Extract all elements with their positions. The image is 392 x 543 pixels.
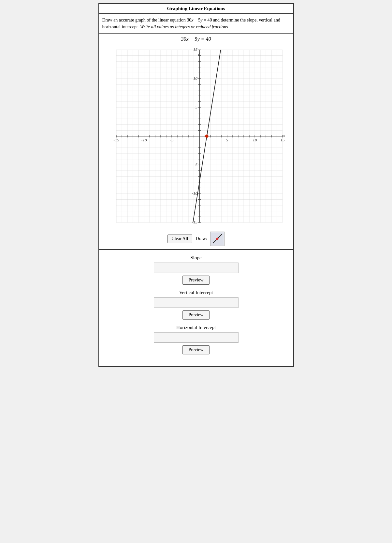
slope-label: Slope [190,255,201,261]
page-title: Graphing Linear Equations [99,4,293,14]
vertical-intercept-label: Vertical Intercept [179,290,213,295]
vertical-intercept-group: Vertical Intercept Preview [102,290,290,320]
answers-section: Slope Preview Vertical Intercept Preview… [99,250,293,366]
svg-point-2 [216,238,219,240]
horizontal-intercept-input[interactable] [154,332,239,343]
instructions-note: Write all values as integers or reduced … [140,24,228,29]
graph-controls: Clear All Draw: [167,232,225,246]
slope-group: Slope Preview [102,255,290,285]
equation-title: 30x − 5y = 40 [181,36,211,42]
horizontal-intercept-label: Horizontal Intercept [176,325,216,330]
clear-all-button[interactable]: Clear All [167,235,193,243]
graph-section: 30x − 5y = 40 Clear All Draw: [99,34,293,250]
horizontal-intercept-group: Horizontal Intercept Preview [102,325,290,354]
draw-icon[interactable] [210,232,225,246]
graph-wrapper [103,43,289,229]
instructions: Draw an accurate graph of the linear equ… [99,14,293,34]
horizontal-intercept-preview-button[interactable]: Preview [182,345,210,354]
instructions-text: Draw an accurate graph of the linear equ… [102,18,280,29]
vertical-intercept-input[interactable] [154,297,239,308]
draw-label: Draw: [196,236,207,241]
graph-canvas[interactable] [103,43,289,229]
draw-line-icon [211,233,224,245]
slope-input[interactable] [154,263,239,273]
slope-preview-button[interactable]: Preview [182,276,210,285]
page-container: Graphing Linear Equations Draw an accura… [98,3,294,367]
vertical-intercept-preview-button[interactable]: Preview [182,310,210,320]
